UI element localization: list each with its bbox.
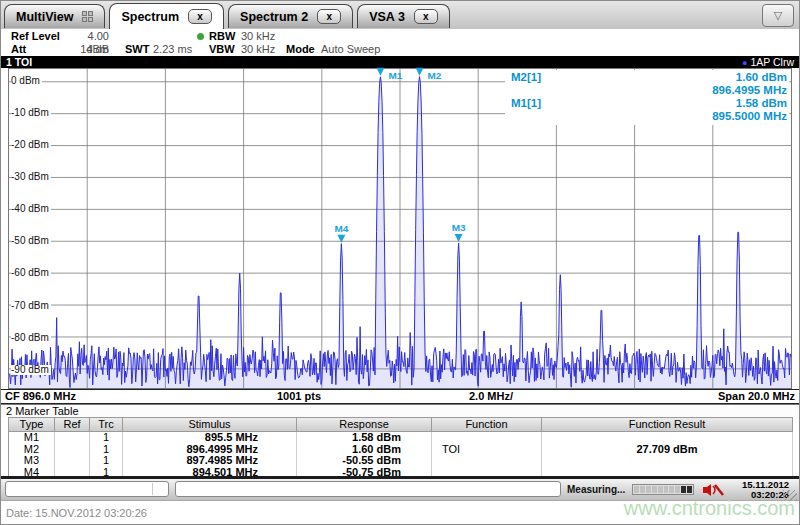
bottom-area: Date: 15.NOV.2012 03:20:26 www.cntronics… <box>1 501 799 524</box>
marker-frequency: 896.4995 MHz <box>511 84 787 97</box>
screenshot-date-caption: Date: 15.NOV.2012 03:20:26 <box>6 507 147 519</box>
measurement-title: 1 TOI <box>6 56 32 68</box>
progress-segment <box>652 486 657 493</box>
marker-table-cell-function <box>432 455 542 467</box>
tab-multiview[interactable]: MultiView <box>4 4 105 28</box>
tab-close-icon[interactable]: x <box>188 9 212 24</box>
tab-overflow-dropdown-button[interactable]: ▽ <box>762 4 794 27</box>
tab-label: VSA 3 <box>369 10 405 24</box>
spectrum-plot: M4M1M2M3 0 dBm-10 dBm-20 dBm-30 dBm-40 d… <box>8 68 792 389</box>
tab-label: MultiView <box>16 10 73 24</box>
marker-table-cell-trc: 1 <box>90 455 123 467</box>
marker-table-cell-ref <box>55 432 90 444</box>
marker-readout-entry: M1[1]1.58 dBm895.5000 MHz <box>511 97 787 123</box>
marker-label: M3 <box>452 222 466 233</box>
marker-table-cell-response: -50.55 dBm <box>297 455 432 467</box>
frequency-axis-bar: CF 896.0 MHz 1001 pts 2.0 MHz/ Span 20.0… <box>1 389 799 404</box>
marker-table-header-cell: Function <box>432 418 542 431</box>
rbw-label: RBW <box>209 30 235 43</box>
tab-close-icon[interactable]: x <box>414 9 438 24</box>
mode-label: Mode <box>286 43 315 56</box>
tab-spectrum[interactable]: Spectrumx <box>109 3 224 29</box>
marker-table-cell-function: TOI <box>432 444 542 456</box>
marker-table-cell-type: M1 <box>9 432 55 444</box>
watermark-text: www.cntronics.com <box>624 497 795 520</box>
swt-label: SWT <box>125 43 149 56</box>
chevron-down-icon: ▽ <box>774 9 782 21</box>
marker-frequency: 895.5000 MHz <box>511 110 787 123</box>
marker-name: M2[1] <box>511 71 541 84</box>
marker-table-cell-function-result: 27.709 dBm <box>542 444 793 456</box>
span-value[interactable]: Span 20.0 MHz <box>718 390 795 403</box>
marker-table-header-cell: Trc <box>90 418 123 431</box>
marker-table-cell-response: 1.58 dBm <box>297 432 432 444</box>
y-axis-tick-label: -90 dBm <box>11 365 51 375</box>
trace-dot-icon: ● <box>742 58 747 68</box>
marker-table-header-cell: Response <box>297 418 432 431</box>
mute-speaker-icon <box>702 483 724 497</box>
progress-segment <box>658 486 663 493</box>
progress-segment <box>646 486 651 493</box>
marker-table: TypeRefTrcStimulusResponseFunctionFuncti… <box>8 417 793 478</box>
settings-bar: Ref Level 4.00 dBm RBW 30 kHz Att 14 dB … <box>1 29 799 56</box>
tab-close-icon[interactable]: x <box>317 9 341 24</box>
marker-table-header-cell: Type <box>9 418 55 431</box>
tab-label: Spectrum <box>121 10 179 24</box>
rbw-value[interactable]: 30 kHz <box>241 30 275 43</box>
marker-readout-panel: M2[1]1.60 dBm896.4995 MHzM1[1]1.58 dBm89… <box>505 70 789 125</box>
center-frequency[interactable]: CF 896.0 MHz <box>5 390 76 403</box>
tab-bar: MultiViewSpectrumxSpectrum 2xVSA 3x ▽ <box>1 1 799 30</box>
marker-table-cell-type: M3 <box>9 455 55 467</box>
y-axis-tick-label: -10 dBm <box>11 108 51 118</box>
marker-level: 1.58 dBm <box>736 97 787 110</box>
marker-name: M1[1] <box>511 97 541 110</box>
marker-readout-entry: M2[1]1.60 dBm896.4995 MHz <box>511 71 787 97</box>
measuring-status: Measuring... <box>567 484 625 495</box>
multiview-grid-icon <box>82 11 93 22</box>
progress-segment <box>687 486 692 493</box>
y-axis-tick-label: 0 dBm <box>11 76 42 86</box>
measure-progress-bar <box>632 484 694 495</box>
spectrum-analyzer-window: MultiViewSpectrumxSpectrum 2xVSA 3x ▽ Re… <box>0 0 800 525</box>
marker-label: M1 <box>388 70 402 81</box>
att-value[interactable]: 14 dB <box>64 43 109 56</box>
marker-table-title: 2 Marker Table <box>1 404 799 417</box>
marker-table-header-cell: Function Result <box>542 418 793 431</box>
diagram-title-bar: 1 TOI ● 1AP Clrw <box>1 56 799 68</box>
marker-table-header-cell: Ref <box>55 418 90 431</box>
status-field-message[interactable] <box>175 481 561 497</box>
marker-level: 1.60 dBm <box>736 71 787 84</box>
marker-table-cell-function-result <box>542 455 793 467</box>
progress-segment <box>640 486 645 493</box>
marker-table-cell-ref <box>55 444 90 456</box>
marker-table-header-cell: Stimulus <box>123 418 297 431</box>
swt-value[interactable]: 2.23 ms <box>153 43 192 56</box>
sweep-points: 1001 pts <box>277 390 321 403</box>
tab-label: Spectrum 2 <box>240 10 308 24</box>
marker-table-row: M11895.5 MHz1.58 dBm <box>9 432 793 444</box>
vbw-value[interactable]: 30 kHz <box>241 43 275 56</box>
y-axis-tick-label: -70 dBm <box>11 301 51 311</box>
marker-label: M4 <box>334 223 348 234</box>
tab-vsa-3[interactable]: VSA 3x <box>357 4 450 28</box>
marker-table-cell-function <box>432 432 542 444</box>
marker-table-cell-function-result <box>542 432 793 444</box>
y-axis-tick-label: -80 dBm <box>11 333 51 343</box>
marker-table-cell-stimulus: 895.5 MHz <box>123 432 297 444</box>
y-axis-tick-label: -50 dBm <box>11 236 51 246</box>
progress-segment <box>669 486 674 493</box>
progress-segment <box>675 486 680 493</box>
trace-marker-m4[interactable]: M4 <box>334 223 348 243</box>
marker-table-header: TypeRefTrcStimulusResponseFunctionFuncti… <box>9 417 793 432</box>
status-field-left[interactable] <box>5 481 169 497</box>
y-axis-tick-label: -30 dBm <box>11 172 51 182</box>
y-axis-tick-label: -60 dBm <box>11 268 51 278</box>
progress-segment <box>634 486 639 493</box>
marker-table-cell-trc: 1 <box>90 432 123 444</box>
ref-level-label: Ref Level <box>11 30 60 43</box>
tab-spectrum-2[interactable]: Spectrum 2x <box>228 4 353 28</box>
vbw-label: VBW <box>209 43 235 56</box>
trace-marker-m3[interactable]: M3 <box>452 222 466 242</box>
y-axis-tick-label: -20 dBm <box>11 140 51 150</box>
mode-value[interactable]: Auto Sweep <box>321 43 380 56</box>
